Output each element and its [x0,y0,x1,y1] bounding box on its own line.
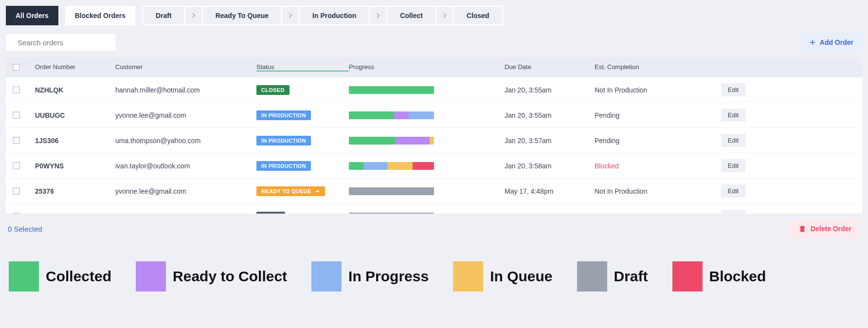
selection-count: 0 Selected [8,225,42,233]
due-date: Jan 20, 3:57am [505,137,595,145]
edit-button[interactable]: Edit [721,109,745,122]
trash-icon [798,224,807,233]
progress-segment [409,111,434,119]
table-body: NZHLQKhannah.miller@hotmail.comCLOSEDJan… [6,77,862,214]
edit-button[interactable]: Edit [721,210,745,214]
table-header: Order Number Customer Status Progress Du… [6,57,862,77]
progress-segment [387,162,413,170]
progress-segment [430,137,434,145]
search-box[interactable] [6,34,115,51]
est-completion: Blocked [595,162,716,170]
progress-segment [349,162,363,170]
progress-segment [363,162,387,170]
stage-filter-group: DraftReady To QueueIn ProductionCollectC… [142,6,503,25]
legend-label: In Progress [348,269,429,284]
select-all-checkbox[interactable] [13,64,20,71]
legend-item: Blocked [672,261,766,292]
legend-swatch [311,261,342,292]
legend-item: In Queue [453,261,552,292]
progress-bar [349,187,434,195]
row-checkbox[interactable] [13,86,20,93]
status-badge: DRAFT [256,212,285,214]
legend-swatch [136,261,166,292]
table-row: P0WYNSivan.taylor@outlook.comIN PRODUCTI… [6,153,862,179]
due-date: Jan 20, 3:55am [505,111,595,119]
due-date: Jan 20, 3:58am [505,162,595,170]
legend-swatch [453,261,483,292]
stage-in-production[interactable]: In Production [300,7,370,24]
table-row: UHN6DXquinn.lewis@gmail.comDRAFTJan 20, … [6,204,862,214]
edit-button[interactable]: Edit [721,159,745,172]
legend-label: Blocked [709,269,766,284]
edit-button[interactable]: Edit [721,134,745,147]
plus-icon [808,38,817,47]
table-row: 25376yvonne.lee@gmail.comREADY TO QUEUE … [6,179,862,204]
col-est-completion[interactable]: Est. Completion [595,63,716,72]
status-badge: CLOSED [256,85,289,95]
customer-email: ivan.taylor@outlook.com [115,162,256,170]
est-completion: Not In Production [595,86,716,94]
row-checkbox[interactable] [13,162,20,169]
col-due-date[interactable]: Due Date [505,63,595,72]
progress-bar [349,86,434,94]
progress-segment [349,187,434,195]
legend-label: In Queue [490,269,552,284]
progress-segment [349,137,396,145]
add-order-button[interactable]: Add Order [799,33,862,52]
order-number: NZHLQK [35,86,115,94]
progress-segment [349,86,434,94]
stage-draft[interactable]: Draft [143,7,185,24]
order-number: 1JS306 [35,137,115,145]
progress-segment [349,213,434,214]
tab-all-orders[interactable]: All Orders [6,6,58,25]
row-checkbox[interactable] [13,213,20,214]
col-order-number[interactable]: Order Number [35,63,115,72]
row-checkbox[interactable] [13,187,20,195]
legend: CollectedReady to CollectIn ProgressIn Q… [6,259,862,293]
delete-order-button[interactable]: Delete Order [789,219,860,238]
customer-email: uma.thompson@yahoo.com [115,137,256,145]
est-completion: Not In Production [595,187,716,195]
table-row: 1JS306uma.thompson@yahoo.comIN PRODUCTIO… [6,128,862,153]
col-progress[interactable]: Progress [349,63,505,72]
search-input[interactable] [18,38,110,47]
legend-label: Draft [614,269,648,284]
chevron-right-icon [436,7,454,24]
delete-order-label: Delete Order [811,225,851,233]
chevron-right-icon [282,7,300,24]
status-badge: READY TO QUEUE [256,186,325,196]
orders-table: Order Number Customer Status Progress Du… [6,57,862,214]
progress-bar [349,213,434,214]
legend-swatch [577,261,607,292]
status-badge: IN PRODUCTION [256,161,311,171]
edit-button[interactable]: Edit [721,184,745,198]
legend-label: Ready to Collect [173,269,287,284]
order-number: 25376 [35,187,115,195]
customer-email: hannah.miller@hotmail.com [115,86,256,94]
stage-collect[interactable]: Collect [387,7,436,24]
tab-blocked-orders[interactable]: Blocked Orders [65,6,135,25]
col-status[interactable]: Status [256,63,349,72]
legend-item: In Progress [311,261,429,292]
edit-button[interactable]: Edit [721,83,745,96]
customer-email: yvonne.lee@gmail.com [115,111,256,119]
table-row: NZHLQKhannah.miller@hotmail.comCLOSEDJan… [6,77,862,103]
stage-closed[interactable]: Closed [454,7,502,24]
progress-bar [349,137,434,145]
stage-ready-to-queue[interactable]: Ready To Queue [203,7,282,24]
est-completion: Not In Production [595,213,716,214]
est-completion: Pending [595,111,716,119]
legend-item: Draft [577,261,648,292]
order-number: UHN6DX [35,213,115,214]
chevron-right-icon [370,7,387,24]
row-checkbox[interactable] [13,111,20,119]
progress-segment [394,111,409,119]
progress-segment [396,137,430,145]
filter-row: All Orders Blocked Orders DraftReady To … [6,6,862,25]
chevron-right-icon [185,7,203,24]
col-customer[interactable]: Customer [115,63,256,72]
progress-bar [349,162,434,170]
row-checkbox[interactable] [13,137,20,144]
order-number: P0WYNS [35,162,115,170]
due-date: May 17, 4:48pm [505,187,595,195]
